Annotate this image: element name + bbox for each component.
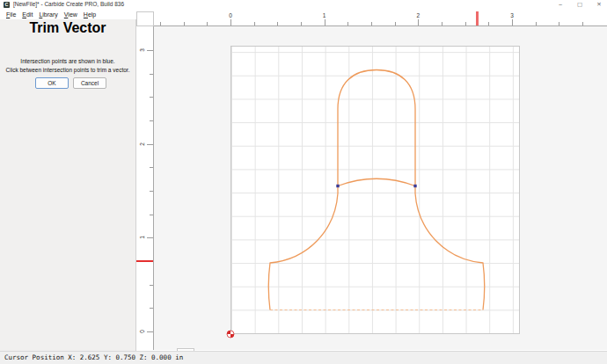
h-ruler-tick xyxy=(536,22,537,25)
h-ruler-label: 3 xyxy=(510,12,514,18)
vertical-ruler: 0123 xyxy=(136,26,154,350)
h-ruler-tick xyxy=(254,22,255,25)
cursor-position-text: Cursor Position X: 2.625 Y: 0.750 Z: 0.0… xyxy=(4,353,183,361)
h-ruler-tick xyxy=(371,22,372,25)
title-bar: C [NewFile]* - Carbide Create PRO, Build… xyxy=(0,0,607,10)
h-ruler-tick xyxy=(442,22,442,25)
menu-edit[interactable]: Edit xyxy=(22,11,33,18)
h-ruler-label: 1 xyxy=(323,12,326,18)
cancel-button[interactable]: Cancel xyxy=(73,77,106,89)
v-ruler-tick xyxy=(150,191,153,192)
menu-help[interactable]: Help xyxy=(84,11,96,18)
v-ruler-tick xyxy=(150,97,153,98)
h-ruler-tick xyxy=(418,19,419,25)
v-ruler-tick xyxy=(147,331,153,332)
panel-title: Trim Vector xyxy=(0,20,135,36)
horizontal-ruler: 0123 xyxy=(154,11,607,26)
h-ruler-tick xyxy=(160,22,161,25)
v-ruler-label: 0 xyxy=(139,330,145,333)
menu-bar: FileEditLibraryViewHelp xyxy=(0,10,136,19)
stock-grid-area[interactable] xyxy=(230,46,520,334)
v-ruler-label: 2 xyxy=(139,142,145,146)
h-ruler-tick xyxy=(582,22,583,25)
v-ruler-tick xyxy=(150,285,153,286)
v-ruler-tick xyxy=(150,215,153,215)
close-button[interactable]: ✕ xyxy=(595,0,603,9)
menu-file[interactable]: File xyxy=(6,11,16,18)
v-ruler-tick xyxy=(150,120,153,121)
maximize-button[interactable]: ▢ xyxy=(575,0,584,9)
h-ruler-tick xyxy=(207,22,208,25)
ok-button[interactable]: OK xyxy=(35,77,69,89)
h-ruler-tick xyxy=(395,22,396,25)
v-ruler-cursor-marker xyxy=(136,260,153,262)
v-ruler-tick xyxy=(147,50,153,51)
instruction-line-2: Click between intersection points to tri… xyxy=(0,67,135,73)
h-ruler-tick xyxy=(325,19,325,25)
h-ruler-tick xyxy=(465,22,466,25)
h-ruler-tick xyxy=(559,22,559,25)
h-ruler-tick xyxy=(277,22,278,25)
canvas-viewport[interactable] xyxy=(154,26,607,350)
trim-vector-panel: Trim Vector Intersection points are show… xyxy=(0,19,136,351)
v-ruler-tick xyxy=(150,167,153,168)
h-ruler-tick xyxy=(512,19,513,25)
ruler-corner-box xyxy=(136,11,154,26)
h-ruler-tick xyxy=(347,22,348,25)
window-title: [NewFile]* - Carbide Create PRO, Build 8… xyxy=(13,1,124,7)
status-bar: Cursor Position X: 2.625 Y: 0.750 Z: 0.0… xyxy=(0,351,607,364)
h-ruler-cursor-marker xyxy=(476,11,479,25)
v-ruler-tick xyxy=(150,74,153,75)
app-icon: C xyxy=(4,2,10,8)
minimize-button[interactable]: – xyxy=(556,0,565,9)
menu-library[interactable]: Library xyxy=(39,11,57,18)
v-ruler-tick xyxy=(150,308,153,309)
v-ruler-label: 3 xyxy=(139,48,145,52)
h-ruler-tick xyxy=(488,22,489,25)
h-ruler-tick xyxy=(301,22,302,25)
menu-view[interactable]: View xyxy=(64,11,77,18)
drawing-canvas[interactable] xyxy=(136,10,607,351)
instruction-line-1: Intersection points are shown in blue. xyxy=(0,58,135,64)
h-ruler-tick xyxy=(184,22,185,25)
v-ruler-label: 1 xyxy=(139,237,145,240)
h-ruler-label: 0 xyxy=(229,12,232,18)
h-ruler-tick xyxy=(230,19,231,25)
h-ruler-label: 2 xyxy=(417,12,421,18)
v-ruler-tick xyxy=(147,237,153,238)
v-ruler-tick xyxy=(147,144,153,145)
